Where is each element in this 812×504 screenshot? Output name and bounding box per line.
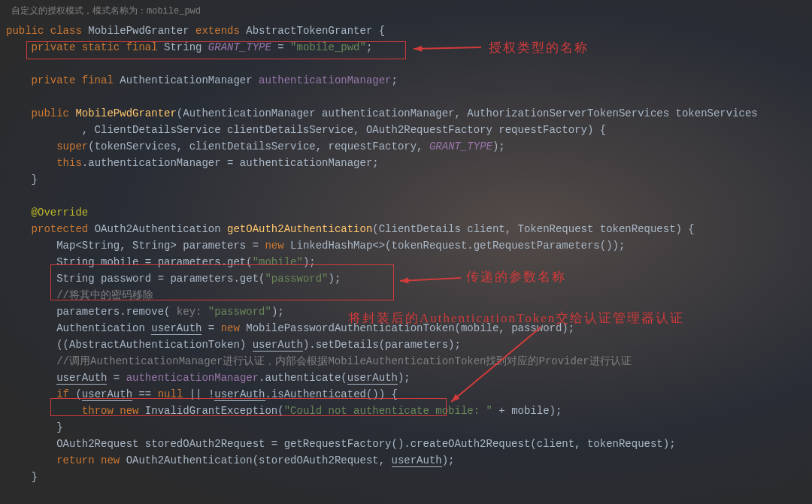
annotation-param-names: 传递的参数名称 (466, 269, 566, 285)
top-comment: 自定义的授权模式，模式名称为：mobile_pwd (11, 3, 201, 20)
annotation-grant-type-name: 授权类型的名称 (489, 40, 589, 56)
annotation-auth-token: 将封装后的AuthenticationToken交给认证管理器认证 (348, 310, 684, 327)
code-block: public class MobilePwdGranter extends Ab… (6, 23, 758, 485)
code-screenshot: 自定义的授权模式，模式名称为：mobile_pwd public class M… (0, 0, 812, 504)
